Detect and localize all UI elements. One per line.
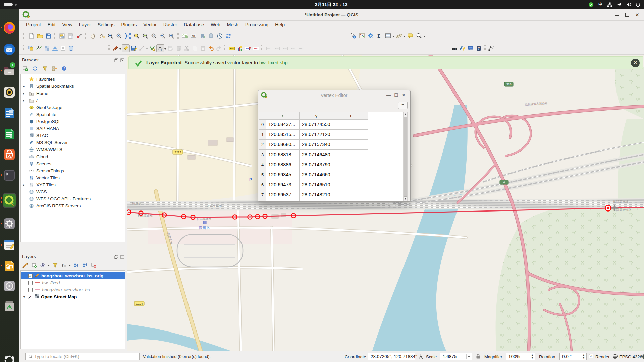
- toolbar-handle[interactable]: [23, 45, 26, 52]
- dock-libreoffice-draw[interactable]: [3, 259, 16, 273]
- row-header[interactable]: 5: [259, 170, 266, 180]
- toolbar-handle[interactable]: [224, 45, 227, 52]
- browser-item-scenes[interactable]: Scenes: [21, 160, 125, 167]
- cell-x[interactable]: 120.69473...: [266, 180, 300, 190]
- dock-libreoffice-writer[interactable]: [3, 106, 16, 120]
- maximize-button[interactable]: [625, 13, 629, 17]
- cut-features-button[interactable]: [183, 44, 191, 52]
- system-clock[interactable]: 2月11日 22：12: [19, 0, 644, 9]
- manage-map-themes-button[interactable]: [39, 261, 46, 269]
- render-checkbox[interactable]: ✓: [589, 354, 593, 358]
- vertex-editor-close[interactable]: ✕: [402, 90, 406, 100]
- row-header[interactable]: 7: [259, 190, 266, 200]
- cell-y[interactable]: 28.07157340: [300, 140, 333, 150]
- scroll-up-icon[interactable]: ▲: [404, 112, 407, 116]
- browser-item-vector-tiles[interactable]: Vector Tiles: [21, 174, 125, 181]
- cell-x[interactable]: 120.68680...: [266, 140, 300, 150]
- filter-legend-button[interactable]: [51, 261, 59, 269]
- dock-show-applications[interactable]: [3, 354, 16, 362]
- vertex-editor-titlebar[interactable]: Vertex Editor — ☐ ✕: [258, 90, 410, 100]
- close-button[interactable]: ✕: [635, 13, 639, 17]
- zoom-to-selection-button[interactable]: [132, 32, 141, 40]
- layer-checkbox[interactable]: ✓: [28, 274, 33, 278]
- add-raster-layer-button[interactable]: [43, 44, 51, 52]
- expand-all-button[interactable]: [72, 261, 80, 269]
- vertex-editor-minimize[interactable]: —: [386, 90, 391, 100]
- open-attribute-table-button[interactable]: [384, 31, 392, 40]
- change-label-button[interactable]: abc: [289, 44, 297, 52]
- row-header[interactable]: 4: [259, 160, 266, 170]
- copy-features-button[interactable]: [191, 44, 199, 52]
- menu-processing[interactable]: Processing: [242, 21, 272, 29]
- row-header[interactable]: 1: [259, 130, 266, 140]
- volume-icon[interactable]: [626, 2, 631, 7]
- browser-item-postgresql[interactable]: PostgreSQL: [21, 118, 125, 125]
- minimize-button[interactable]: [615, 14, 619, 16]
- expand-arrow-icon[interactable]: ▼: [23, 295, 26, 299]
- cell-x[interactable]: 120.68818...: [266, 150, 300, 160]
- menu-view[interactable]: View: [59, 21, 76, 29]
- add-group-button[interactable]: [30, 261, 38, 269]
- osm-place-search-button[interactable]: [450, 44, 459, 52]
- lock-scale-icon[interactable]: [476, 354, 481, 360]
- vertex-editor-maximize[interactable]: ☐: [394, 90, 398, 100]
- menu-mesh[interactable]: Mesh: [224, 21, 242, 29]
- dock-text-editor[interactable]: [3, 238, 16, 252]
- cell-r[interactable]: [333, 180, 368, 190]
- add-mesh-layer-button[interactable]: [51, 44, 59, 52]
- browser-item-favorites[interactable]: Favorites: [21, 76, 125, 83]
- zoom-next-button[interactable]: [167, 32, 176, 40]
- layer-checkbox[interactable]: [28, 281, 33, 285]
- processing-toolbox-button[interactable]: [366, 31, 375, 40]
- zoom-last-button[interactable]: [158, 32, 167, 40]
- scroll-down-icon[interactable]: ▼: [404, 197, 407, 201]
- undo-button[interactable]: [207, 44, 215, 52]
- move-label-button[interactable]: ab: [265, 44, 273, 52]
- help-contents-button[interactable]: ?: [475, 44, 483, 52]
- digitize-with-segment-button[interactable]: [138, 44, 146, 52]
- browser-item-spatialite[interactable]: SpatiaLite: [21, 111, 125, 118]
- browser-item-xyz-tiles[interactable]: ▸XYZ Tiles: [21, 181, 125, 188]
- messages-bubble-icon[interactable]: [642, 354, 644, 361]
- browser-item-cloud[interactable]: Cloud: [21, 153, 125, 160]
- layer-checkbox[interactable]: [28, 288, 33, 292]
- menu-plugins[interactable]: Plugins: [118, 21, 140, 29]
- digitize-dropdown[interactable]: [146, 48, 148, 51]
- zoom-in-button[interactable]: [106, 32, 115, 40]
- menu-database[interactable]: Database: [180, 21, 207, 29]
- layer-checkbox[interactable]: ✓: [28, 295, 32, 299]
- layer-row-hw-fixed[interactable]: hw_fixed: [21, 279, 125, 286]
- current-edits-button[interactable]: [111, 44, 119, 52]
- add-selected-layers-button[interactable]: [21, 65, 29, 72]
- collapse-all-button[interactable]: [81, 261, 89, 269]
- layer-diagram-button[interactable]: [236, 44, 244, 52]
- browser-refresh-button[interactable]: [31, 65, 39, 72]
- help-feedback-button[interactable]: [467, 44, 475, 52]
- toolbar-handle[interactable]: [23, 33, 26, 39]
- filter-expression-dropdown[interactable]: [69, 265, 71, 267]
- workspace-indicator[interactable]: [4, 3, 13, 6]
- new-print-layout-button[interactable]: [58, 32, 66, 40]
- cell-r[interactable]: [333, 200, 368, 201]
- row-header[interactable]: [259, 200, 266, 201]
- toolbar-handle[interactable]: [85, 33, 88, 39]
- rotation-spinbox[interactable]: 0.0 °▲▼: [559, 353, 587, 360]
- toolbar-handle[interactable]: [484, 45, 486, 52]
- power-icon[interactable]: [635, 2, 641, 7]
- layers-close-icon[interactable]: [120, 254, 124, 260]
- toolbar-handle[interactable]: [108, 45, 110, 52]
- magnifier-spinbox[interactable]: 100%▲▼: [506, 353, 535, 360]
- message-close-button[interactable]: ✕: [631, 59, 640, 67]
- crs-globe-icon[interactable]: [612, 354, 618, 360]
- cell-y[interactable]: 28.07146480: [300, 150, 333, 160]
- layers-float-icon[interactable]: [114, 254, 118, 260]
- identify-features-button[interactable]: i: [349, 31, 358, 40]
- row-header[interactable]: 2: [259, 140, 266, 150]
- browser-float-icon[interactable]: [114, 58, 118, 64]
- map-tips-button[interactable]: [406, 31, 415, 40]
- edit-label-button[interactable]: abc: [297, 44, 305, 52]
- paste-features-button[interactable]: [199, 44, 207, 52]
- project-open-button[interactable]: [36, 32, 44, 40]
- add-virtual-layer-button[interactable]: [67, 44, 75, 52]
- vertex-editor-toggle-button[interactable]: [487, 44, 495, 52]
